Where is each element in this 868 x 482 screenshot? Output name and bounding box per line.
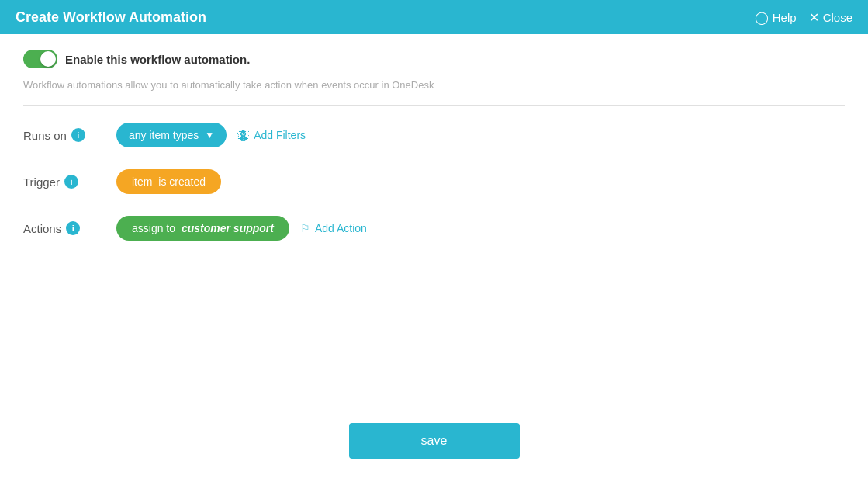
content-area: Enable this workflow automation. Workflo… (0, 34, 868, 482)
close-button[interactable]: ✕ Close (809, 10, 852, 25)
filter-icon: ⛇ (237, 129, 249, 142)
dropdown-arrow-icon: ▼ (205, 130, 214, 140)
enable-toggle-row: Enable this workflow automation. (23, 50, 845, 68)
description-text: Workflow automations allow you to automa… (23, 79, 845, 91)
runs-on-row: Runs on i any item types ▼ ⛇ Add Filters (23, 123, 845, 147)
actions-label: Actions i (23, 221, 116, 235)
enable-toggle[interactable] (23, 50, 57, 68)
header-actions: ◯ Help ✕ Close (755, 10, 852, 25)
trigger-content: item is created (116, 169, 221, 194)
header: Create Workflow Automation ◯ Help ✕ Clos… (0, 0, 868, 34)
actions-info-icon[interactable]: i (66, 221, 80, 235)
add-action-button[interactable]: ⚐ Add Action (300, 222, 367, 234)
trigger-label: Trigger i (23, 175, 116, 189)
save-button[interactable]: save (349, 423, 520, 459)
runs-on-content: any item types ▼ ⛇ Add Filters (116, 123, 306, 147)
flag-icon: ⚐ (300, 222, 310, 234)
help-icon: ◯ (755, 10, 769, 25)
actions-content: assign to customer support ⚐ Add Action (116, 216, 367, 241)
actions-row: Actions i assign to customer support ⚐ A… (23, 216, 845, 241)
trigger-row: Trigger i item is created (23, 169, 845, 194)
trigger-pill[interactable]: item is created (116, 169, 221, 194)
add-filters-button[interactable]: ⛇ Add Filters (237, 129, 306, 142)
page-title: Create Workflow Automation (16, 9, 206, 26)
divider (23, 105, 845, 106)
action-pill[interactable]: assign to customer support (116, 216, 289, 241)
runs-on-info-icon[interactable]: i (71, 128, 85, 142)
close-icon: ✕ (809, 10, 819, 25)
toggle-label: Enable this workflow automation. (65, 53, 250, 66)
app-container: Create Workflow Automation ◯ Help ✕ Clos… (0, 0, 868, 482)
toggle-knob (40, 51, 56, 67)
help-button[interactable]: ◯ Help (755, 10, 797, 25)
save-button-container: save (349, 423, 520, 459)
item-types-dropdown[interactable]: any item types ▼ (116, 123, 227, 147)
trigger-info-icon[interactable]: i (64, 175, 78, 189)
runs-on-label: Runs on i (23, 128, 116, 142)
